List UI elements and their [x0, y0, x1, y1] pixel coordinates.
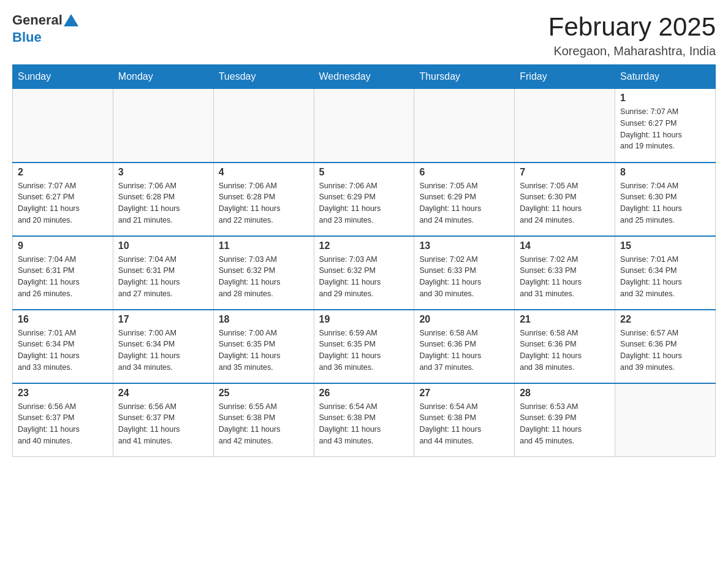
day-info: Sunrise: 7:06 AM Sunset: 6:28 PM Dayligh… — [118, 180, 208, 226]
calendar-cell: 15Sunrise: 7:01 AM Sunset: 6:34 PM Dayli… — [615, 236, 716, 310]
day-number: 27 — [419, 388, 509, 399]
day-number: 28 — [520, 388, 610, 399]
day-number: 9 — [18, 240, 108, 251]
day-info: Sunrise: 7:06 AM Sunset: 6:28 PM Dayligh… — [219, 180, 309, 226]
calendar-cell — [414, 89, 515, 163]
day-number: 17 — [118, 314, 208, 325]
day-number: 21 — [520, 314, 610, 325]
calendar-week-row: 16Sunrise: 7:01 AM Sunset: 6:34 PM Dayli… — [13, 310, 716, 383]
calendar-cell: 28Sunrise: 6:53 AM Sunset: 6:39 PM Dayli… — [515, 383, 615, 457]
day-info: Sunrise: 6:57 AM Sunset: 6:36 PM Dayligh… — [620, 327, 710, 373]
calendar-cell: 24Sunrise: 6:56 AM Sunset: 6:37 PM Dayli… — [113, 383, 213, 457]
calendar-header-row: SundayMondayTuesdayWednesdayThursdayFrid… — [13, 65, 716, 89]
day-number: 15 — [620, 240, 710, 251]
calendar-cell: 17Sunrise: 7:00 AM Sunset: 6:34 PM Dayli… — [113, 310, 213, 383]
day-info: Sunrise: 6:56 AM Sunset: 6:37 PM Dayligh… — [118, 401, 208, 447]
day-info: Sunrise: 7:05 AM Sunset: 6:29 PM Dayligh… — [419, 180, 509, 226]
day-number: 18 — [219, 314, 309, 325]
day-info: Sunrise: 7:02 AM Sunset: 6:33 PM Dayligh… — [520, 254, 610, 300]
calendar-cell — [515, 89, 615, 163]
logo-blue-text: Blue — [12, 29, 42, 45]
calendar-cell — [314, 89, 414, 163]
day-info: Sunrise: 7:04 AM Sunset: 6:31 PM Dayligh… — [18, 254, 108, 300]
day-info: Sunrise: 7:04 AM Sunset: 6:31 PM Dayligh… — [118, 254, 208, 300]
day-header-wednesday: Wednesday — [314, 65, 414, 89]
calendar-cell: 23Sunrise: 6:56 AM Sunset: 6:37 PM Dayli… — [13, 383, 113, 457]
calendar-cell: 6Sunrise: 7:05 AM Sunset: 6:29 PM Daylig… — [414, 163, 515, 236]
day-info: Sunrise: 6:56 AM Sunset: 6:37 PM Dayligh… — [18, 401, 108, 447]
day-number: 3 — [118, 167, 208, 178]
day-number: 6 — [419, 167, 509, 178]
day-number: 2 — [18, 167, 108, 178]
calendar-cell: 4Sunrise: 7:06 AM Sunset: 6:28 PM Daylig… — [213, 163, 314, 236]
calendar-table: SundayMondayTuesdayWednesdayThursdayFrid… — [12, 64, 716, 457]
day-info: Sunrise: 6:54 AM Sunset: 6:38 PM Dayligh… — [319, 401, 409, 447]
logo: General Blue — [12, 12, 80, 45]
day-info: Sunrise: 7:01 AM Sunset: 6:34 PM Dayligh… — [620, 254, 710, 300]
day-info: Sunrise: 7:03 AM Sunset: 6:32 PM Dayligh… — [219, 254, 309, 300]
day-info: Sunrise: 7:00 AM Sunset: 6:34 PM Dayligh… — [118, 327, 208, 373]
calendar-cell: 16Sunrise: 7:01 AM Sunset: 6:34 PM Dayli… — [13, 310, 113, 383]
calendar-cell: 22Sunrise: 6:57 AM Sunset: 6:36 PM Dayli… — [615, 310, 716, 383]
day-info: Sunrise: 7:02 AM Sunset: 6:33 PM Dayligh… — [419, 254, 509, 300]
day-number: 25 — [219, 388, 309, 399]
day-number: 11 — [219, 240, 309, 251]
calendar-cell: 26Sunrise: 6:54 AM Sunset: 6:38 PM Dayli… — [314, 383, 414, 457]
calendar-cell: 3Sunrise: 7:06 AM Sunset: 6:28 PM Daylig… — [113, 163, 213, 236]
day-info: Sunrise: 6:58 AM Sunset: 6:36 PM Dayligh… — [419, 327, 509, 373]
day-info: Sunrise: 6:53 AM Sunset: 6:39 PM Dayligh… — [520, 401, 610, 447]
calendar-week-row: 2Sunrise: 7:07 AM Sunset: 6:27 PM Daylig… — [13, 163, 716, 236]
calendar-cell: 12Sunrise: 7:03 AM Sunset: 6:32 PM Dayli… — [314, 236, 414, 310]
day-header-sunday: Sunday — [13, 65, 113, 89]
logo-general-text: General — [12, 12, 63, 28]
calendar-cell — [213, 89, 314, 163]
day-info: Sunrise: 7:04 AM Sunset: 6:30 PM Dayligh… — [620, 180, 710, 226]
title-section: February 2025 Koregaon, Maharashtra, Ind… — [548, 12, 716, 58]
calendar-cell — [113, 89, 213, 163]
calendar-cell: 18Sunrise: 7:00 AM Sunset: 6:35 PM Dayli… — [213, 310, 314, 383]
day-number: 26 — [319, 388, 409, 399]
calendar-week-row: 1Sunrise: 7:07 AM Sunset: 6:27 PM Daylig… — [13, 89, 716, 163]
logo-triangle-icon — [64, 14, 78, 26]
location-text: Koregaon, Maharashtra, India — [548, 44, 716, 58]
day-number: 16 — [18, 314, 108, 325]
day-info: Sunrise: 6:55 AM Sunset: 6:38 PM Dayligh… — [219, 401, 309, 447]
day-number: 12 — [319, 240, 409, 251]
calendar-cell: 11Sunrise: 7:03 AM Sunset: 6:32 PM Dayli… — [213, 236, 314, 310]
day-info: Sunrise: 7:05 AM Sunset: 6:30 PM Dayligh… — [520, 180, 610, 226]
day-number: 4 — [219, 167, 309, 178]
day-number: 23 — [18, 388, 108, 399]
calendar-week-row: 9Sunrise: 7:04 AM Sunset: 6:31 PM Daylig… — [13, 236, 716, 310]
day-number: 8 — [620, 167, 710, 178]
day-number: 22 — [620, 314, 710, 325]
calendar-cell: 9Sunrise: 7:04 AM Sunset: 6:31 PM Daylig… — [13, 236, 113, 310]
day-info: Sunrise: 7:07 AM Sunset: 6:27 PM Dayligh… — [18, 180, 108, 226]
day-header-friday: Friday — [515, 65, 615, 89]
day-header-thursday: Thursday — [414, 65, 515, 89]
month-title: February 2025 — [548, 12, 716, 42]
day-info: Sunrise: 6:58 AM Sunset: 6:36 PM Dayligh… — [520, 327, 610, 373]
day-header-saturday: Saturday — [615, 65, 716, 89]
day-info: Sunrise: 7:01 AM Sunset: 6:34 PM Dayligh… — [18, 327, 108, 373]
calendar-cell: 19Sunrise: 6:59 AM Sunset: 6:35 PM Dayli… — [314, 310, 414, 383]
calendar-cell: 13Sunrise: 7:02 AM Sunset: 6:33 PM Dayli… — [414, 236, 515, 310]
calendar-cell: 21Sunrise: 6:58 AM Sunset: 6:36 PM Dayli… — [515, 310, 615, 383]
day-number: 19 — [319, 314, 409, 325]
day-number: 7 — [520, 167, 610, 178]
calendar-cell: 8Sunrise: 7:04 AM Sunset: 6:30 PM Daylig… — [615, 163, 716, 236]
calendar-cell: 20Sunrise: 6:58 AM Sunset: 6:36 PM Dayli… — [414, 310, 515, 383]
calendar-cell: 25Sunrise: 6:55 AM Sunset: 6:38 PM Dayli… — [213, 383, 314, 457]
day-info: Sunrise: 7:07 AM Sunset: 6:27 PM Dayligh… — [620, 106, 710, 152]
day-number: 13 — [419, 240, 509, 251]
calendar-cell: 7Sunrise: 7:05 AM Sunset: 6:30 PM Daylig… — [515, 163, 615, 236]
day-info: Sunrise: 7:03 AM Sunset: 6:32 PM Dayligh… — [319, 254, 409, 300]
calendar-cell: 27Sunrise: 6:54 AM Sunset: 6:38 PM Dayli… — [414, 383, 515, 457]
day-number: 20 — [419, 314, 509, 325]
day-number: 1 — [620, 93, 710, 104]
calendar-cell: 14Sunrise: 7:02 AM Sunset: 6:33 PM Dayli… — [515, 236, 615, 310]
page-header: General Blue February 2025 Koregaon, Mah… — [12, 12, 716, 58]
calendar-cell — [615, 383, 716, 457]
day-number: 24 — [118, 388, 208, 399]
day-header-monday: Monday — [113, 65, 213, 89]
calendar-cell: 1Sunrise: 7:07 AM Sunset: 6:27 PM Daylig… — [615, 89, 716, 163]
